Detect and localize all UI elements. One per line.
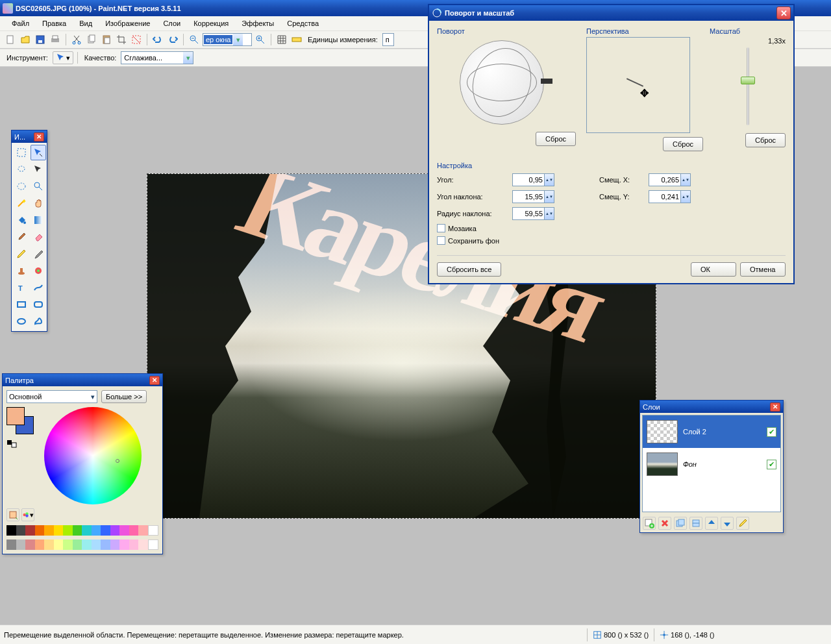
spinner-icon[interactable]: ▲▼: [544, 208, 554, 219]
print-button[interactable]: [49, 33, 62, 46]
layer-duplicate-button[interactable]: [674, 517, 687, 530]
tool-rect-select[interactable]: [14, 145, 29, 160]
tool-rounded-rect[interactable]: [31, 297, 46, 312]
grid-button[interactable]: [275, 33, 288, 46]
menu-effects[interactable]: Эффекты: [235, 18, 280, 29]
reset-all-button[interactable]: Сбросить все: [437, 262, 501, 277]
palette-add-button[interactable]: [6, 508, 19, 521]
palette-window[interactable]: Палитра ✕ Основной ▾ Больше >>: [2, 373, 163, 554]
tool-gradient[interactable]: [31, 212, 46, 228]
layer-item[interactable]: Слой 2 ✔: [643, 415, 780, 448]
palette-more-button[interactable]: Больше >>: [101, 390, 147, 403]
chevron-down-icon[interactable]: ▾: [233, 34, 243, 45]
wheel-marker[interactable]: [116, 459, 119, 463]
cancel-button[interactable]: Отмена: [740, 262, 786, 277]
copy-button[interactable]: [85, 33, 98, 46]
tools-title-bar[interactable]: И... ✕: [12, 130, 47, 143]
radius-input[interactable]: ▲▼: [512, 207, 554, 220]
tool-pencil[interactable]: [14, 246, 29, 262]
palette-manage-button[interactable]: ▾: [21, 508, 34, 521]
menu-file[interactable]: Файл: [5, 18, 36, 29]
menu-edit[interactable]: Правка: [36, 18, 73, 29]
cut-button[interactable]: [70, 33, 83, 46]
tool-clone-stamp[interactable]: [14, 263, 29, 279]
tool-lasso[interactable]: [14, 162, 29, 177]
layers-title-bar[interactable]: Слои ✕: [640, 401, 783, 413]
tile-checkbox[interactable]: [437, 224, 445, 232]
move-icon[interactable]: ✥: [640, 87, 649, 99]
tool-brush[interactable]: [14, 229, 29, 245]
foreground-swatch[interactable]: [6, 407, 25, 425]
tool-pan[interactable]: [31, 195, 46, 211]
perspective-reset-button[interactable]: Сброс: [663, 137, 703, 151]
keep-bg-checkbox[interactable]: [437, 236, 445, 245]
tool-eraser[interactable]: [31, 229, 46, 245]
spinner-icon[interactable]: ▲▼: [680, 174, 690, 186]
palette-strip-2[interactable]: [6, 539, 158, 550]
rotation-sphere[interactable]: [460, 40, 544, 125]
swap-colors-icon[interactable]: [6, 440, 18, 449]
tool-rectangle[interactable]: [14, 297, 29, 312]
units-combo[interactable]: п: [382, 33, 394, 46]
spinner-icon[interactable]: ▲▼: [544, 174, 554, 186]
tool-paint-bucket[interactable]: [14, 212, 29, 228]
menu-adjust[interactable]: Коррекция: [187, 18, 235, 29]
undo-button[interactable]: [151, 33, 164, 46]
tools-window[interactable]: И... ✕ T: [11, 130, 47, 332]
tilt-input[interactable]: ▲▼: [512, 190, 554, 203]
layer-visible-checkbox[interactable]: ✔: [767, 460, 776, 469]
close-icon[interactable]: ✕: [776, 6, 791, 19]
offsety-input[interactable]: ▲▼: [649, 190, 691, 203]
deselect-button[interactable]: [130, 33, 143, 46]
palette-title-bar[interactable]: Палитра ✕: [3, 374, 162, 386]
quality-combo[interactable]: Сглажива... ▾: [121, 51, 193, 64]
dialog-title-bar[interactable]: Поворот и масштаб ✕: [429, 5, 793, 21]
layers-window[interactable]: Слои ✕ Слой 2 ✔ Фон ✔: [639, 400, 784, 533]
tool-magic-wand[interactable]: [14, 195, 29, 211]
tool-ellipse[interactable]: [14, 314, 29, 329]
color-wheel[interactable]: [44, 407, 142, 504]
chevron-down-icon[interactable]: ▾: [183, 52, 193, 64]
spinner-icon[interactable]: ▲▼: [544, 191, 554, 203]
current-tool-button[interactable]: ▾: [53, 51, 73, 64]
close-icon[interactable]: ✕: [149, 376, 160, 385]
tool-freeform[interactable]: [31, 314, 46, 329]
slider-thumb[interactable]: [741, 77, 755, 84]
close-icon[interactable]: ✕: [34, 132, 44, 142]
palette-mode-combo[interactable]: Основной ▾: [6, 390, 97, 403]
menu-layers[interactable]: Слои: [156, 18, 187, 29]
zoom-combo[interactable]: ер окна ▾: [203, 33, 252, 46]
rotate-reset-button[interactable]: Сброс: [536, 132, 576, 146]
close-icon[interactable]: ✕: [770, 402, 780, 412]
tool-ellipse-select[interactable]: [14, 179, 29, 194]
offsetx-input[interactable]: ▲▼: [649, 173, 691, 186]
layer-up-button[interactable]: [705, 517, 718, 530]
menu-view[interactable]: Вид: [73, 18, 99, 29]
save-button[interactable]: [34, 33, 47, 46]
ruler-button[interactable]: [290, 33, 303, 46]
perspective-pad[interactable]: ✥: [586, 37, 690, 133]
menu-image[interactable]: Изображение: [99, 18, 156, 29]
tool-recolor[interactable]: [31, 263, 46, 279]
spinner-icon[interactable]: ▲▼: [680, 191, 690, 203]
redo-button[interactable]: [166, 33, 179, 46]
layer-item[interactable]: Фон ✔: [643, 448, 780, 480]
palette-strip[interactable]: [6, 525, 158, 536]
open-button[interactable]: [19, 33, 32, 46]
tool-color-picker[interactable]: [31, 246, 46, 262]
chevron-down-icon[interactable]: ▾: [91, 393, 95, 401]
layer-add-button[interactable]: [643, 517, 656, 530]
new-button[interactable]: [4, 33, 17, 46]
crop-button[interactable]: [115, 33, 128, 46]
layer-delete-button[interactable]: [658, 517, 671, 530]
tool-move[interactable]: [31, 162, 46, 177]
scale-reset-button[interactable]: Сброс: [745, 133, 786, 147]
paste-button[interactable]: [100, 33, 113, 46]
zoom-in-button[interactable]: [254, 33, 267, 46]
rotate-zoom-dialog[interactable]: Поворот и масштаб ✕ Поворот Сброс Перспе…: [428, 4, 795, 284]
color-swatches[interactable]: [6, 407, 35, 436]
menu-tools[interactable]: Средства: [280, 18, 325, 29]
scale-slider[interactable]: [740, 47, 756, 125]
layer-merge-button[interactable]: [689, 517, 702, 530]
tool-zoom[interactable]: [31, 179, 46, 194]
